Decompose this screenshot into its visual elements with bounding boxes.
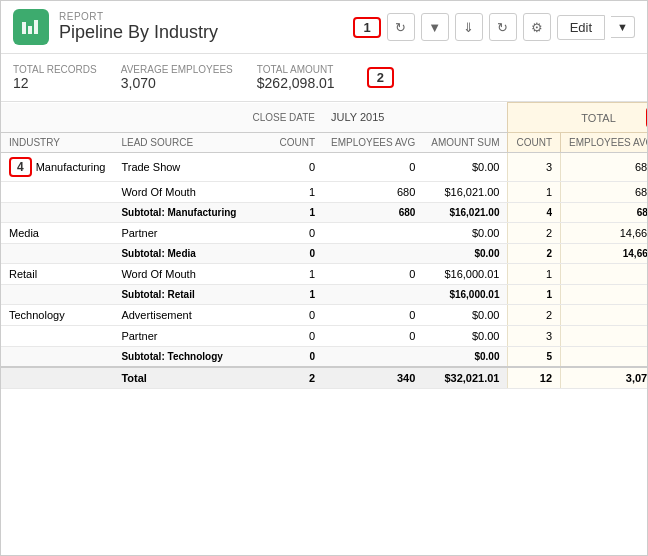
col-emp-avg: EMPLOYEES Avg <box>323 133 423 153</box>
cell-total-emp-avg: 0 <box>561 305 647 326</box>
stat-total-amount: Total Amount $262,098.01 <box>257 64 335 91</box>
download-btn[interactable]: ⇓ <box>455 13 483 41</box>
cell-emp-avg: 0 <box>323 305 423 326</box>
cell-industry: Media <box>1 223 113 244</box>
cell-total-emp-avg: 680 <box>561 182 647 203</box>
table-row: 4ManufacturingTrade Show00$0.003680$70,0… <box>1 153 647 182</box>
cell-lead-source: Word Of Mouth <box>113 182 244 203</box>
report-icon <box>13 9 49 45</box>
cell-industry <box>1 367 113 389</box>
svg-rect-2 <box>34 20 38 34</box>
svg-rect-0 <box>22 22 26 34</box>
cell-industry <box>1 347 113 368</box>
svg-rect-1 <box>28 26 32 34</box>
cell-count: 0 <box>244 347 323 368</box>
cell-industry: Technology <box>1 305 113 326</box>
cell-emp-avg: 0 <box>323 153 423 182</box>
cell-lead-source: Trade Show <box>113 153 244 182</box>
table-row: Total2340$32,021.01123,070$262,098.01 <box>1 367 647 389</box>
edit-dropdown-btn[interactable]: ▼ <box>611 16 635 38</box>
total-amount-label: Total Amount <box>257 64 335 75</box>
annotation-badge-2: 2 <box>367 67 394 88</box>
annotation-badge-4: 4 <box>9 157 32 177</box>
col-count: COUNT <box>244 133 323 153</box>
total-amount-value: $262,098.01 <box>257 75 335 91</box>
cell-amount-sum: $16,021.00 <box>423 182 508 203</box>
settings-btn[interactable]: ⚙ <box>523 13 551 41</box>
cell-total-count: 3 <box>508 153 561 182</box>
cell-amount-sum: $0.00 <box>423 347 508 368</box>
table-row: Word Of Mouth1680$16,021.001680$16,021.0… <box>1 182 647 203</box>
cell-industry <box>1 182 113 203</box>
filter-btn[interactable]: ▼ <box>421 13 449 41</box>
cell-lead-source: Total <box>113 367 244 389</box>
cell-count: 2 <box>244 367 323 389</box>
report-title: Pipeline By Industry <box>59 22 218 43</box>
col-amount-sum: AMOUNT Sum <box>423 133 508 153</box>
cell-industry <box>1 285 113 305</box>
cell-total-emp-avg: 14,668 <box>561 223 647 244</box>
cell-total-count: 5 <box>508 347 561 368</box>
table-row: Subtotal: Media0$0.00214,668$40,013.00 <box>1 244 647 264</box>
cell-lead-source: Advertisement <box>113 305 244 326</box>
cell-amount-sum: $16,000.01 <box>423 264 508 285</box>
cell-count: 1 <box>244 285 323 305</box>
cell-amount-sum: $0.00 <box>423 326 508 347</box>
report-label: REPORT <box>59 11 218 22</box>
cell-industry <box>1 244 113 264</box>
col-total-count: COUNT <box>508 133 561 153</box>
cell-total-count: 4 <box>508 203 561 223</box>
cell-total-count: 3 <box>508 326 561 347</box>
close-date-label-cell <box>1 103 244 133</box>
cell-lead-source: Partner <box>113 223 244 244</box>
cell-count: 1 <box>244 264 323 285</box>
table-row: Partner00$0.0030$20,018.00 <box>1 326 647 347</box>
cell-industry: Retail <box>1 264 113 285</box>
reload-btn[interactable]: ↻ <box>489 13 517 41</box>
table-row: Subtotal: Retail1$16,000.011$16,000.01 <box>1 285 647 305</box>
cell-total-count: 1 <box>508 285 561 305</box>
cell-count: 0 <box>244 244 323 264</box>
cell-amount-sum: $0.00 <box>423 305 508 326</box>
cell-total-count: 1 <box>508 182 561 203</box>
report-meta: REPORT Pipeline By Industry <box>59 11 218 43</box>
cell-amount-sum: $16,000.01 <box>423 285 508 305</box>
total-header-cell: Total 3 <box>508 103 647 133</box>
annotation-badge-3: 3 <box>646 107 647 128</box>
column-headers-row: INDUSTRY LEAD SOURCE COUNT EMPLOYEES Avg… <box>1 133 647 153</box>
cell-amount-sum: $0.00 <box>423 223 508 244</box>
header-left: REPORT Pipeline By Industry <box>13 9 218 45</box>
report-table: CLOSE DATE July 2015 Total 3 INDUSTRY LE… <box>1 102 647 389</box>
cell-industry <box>1 326 113 347</box>
cell-count: 1 <box>244 203 323 223</box>
cell-industry <box>1 203 113 223</box>
cell-total-emp-avg: 3,070 <box>561 367 647 389</box>
cell-count: 0 <box>244 223 323 244</box>
cell-emp-avg <box>323 223 423 244</box>
cell-total-emp-avg: 680 <box>561 153 647 182</box>
avg-employees-value: 3,070 <box>121 75 233 91</box>
edit-button[interactable]: Edit <box>557 15 605 40</box>
close-date-label: CLOSE DATE <box>244 103 323 133</box>
cell-amount-sum: $0.00 <box>423 244 508 264</box>
table-row: RetailWord Of Mouth10$16,000.0110$16,000… <box>1 264 647 285</box>
refresh-btn[interactable]: ↻ <box>387 13 415 41</box>
cell-lead-source: Subtotal: Technology <box>113 347 244 368</box>
col-total-emp-avg: EMPLOYEES Avg <box>561 133 647 153</box>
table-row: TechnologyAdvertisement00$0.0020$100,017… <box>1 305 647 326</box>
cell-emp-avg: 680 <box>323 182 423 203</box>
cell-emp-avg: 0 <box>323 264 423 285</box>
cell-total-count: 1 <box>508 264 561 285</box>
col-lead-source: LEAD SOURCE <box>113 133 244 153</box>
header-right: 1 ↻ ▼ ⇓ ↻ ⚙ Edit ▼ <box>353 13 635 41</box>
cell-count: 0 <box>244 153 323 182</box>
avg-employees-label: Average Employees <box>121 64 233 75</box>
table-row: MediaPartner0$0.00214,668$40,013.00 <box>1 223 647 244</box>
cell-total-emp-avg: 0 <box>561 326 647 347</box>
total-records-label: Total Records <box>13 64 97 75</box>
report-table-wrapper: CLOSE DATE July 2015 Total 3 INDUSTRY LE… <box>1 102 647 389</box>
cell-total-emp-avg: 14,668 <box>561 244 647 264</box>
cell-emp-avg <box>323 244 423 264</box>
cell-emp-avg: 680 <box>323 203 423 223</box>
report-header: REPORT Pipeline By Industry 1 ↻ ▼ ⇓ ↻ ⚙ … <box>1 1 647 54</box>
